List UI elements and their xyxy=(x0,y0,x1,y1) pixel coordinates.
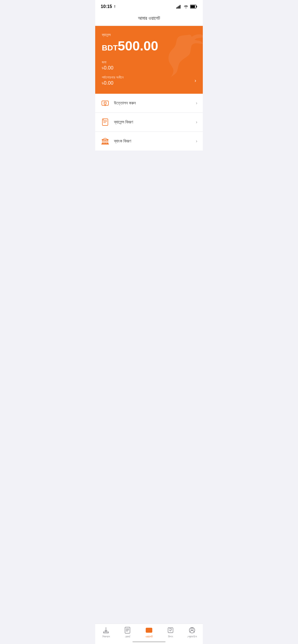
under-review-amount: ৳0.00 xyxy=(102,80,124,86)
status-icons xyxy=(176,5,197,9)
svg-rect-11 xyxy=(105,140,106,143)
page-header: আমার ওয়ালেট xyxy=(95,12,203,26)
wifi-icon xyxy=(183,5,188,9)
withdraw-icon xyxy=(101,99,110,108)
bank-details-menu-item[interactable]: ব্যাংক বিবরণ › xyxy=(95,132,203,151)
bank-details-chevron-icon: › xyxy=(196,139,197,144)
signal-icon xyxy=(176,5,182,9)
balance-statement-chevron-icon: › xyxy=(196,120,197,125)
location-icon xyxy=(113,5,116,8)
content-background xyxy=(95,151,203,261)
currency-code: BDT xyxy=(102,44,118,52)
bird-watermark xyxy=(150,31,203,81)
balance-statement-label: ব্যালেন্স বিবরণ xyxy=(114,120,196,125)
page-title: আমার ওয়ালেট xyxy=(138,15,160,21)
withdraw-chevron-icon: › xyxy=(196,101,197,106)
svg-point-8 xyxy=(104,102,106,104)
svg-rect-5 xyxy=(196,6,197,7)
under-review-label: পর্যালোচনার অধীনে xyxy=(102,75,124,80)
balance-statement-icon xyxy=(101,118,110,127)
balance-statement-menu-item[interactable]: ব্যালেন্স বিবরণ › xyxy=(95,113,203,132)
withdraw-label: উত্তোলন করুন xyxy=(114,101,196,106)
svg-rect-12 xyxy=(107,140,108,143)
svg-rect-1 xyxy=(177,7,178,9)
svg-rect-6 xyxy=(191,6,195,8)
svg-rect-10 xyxy=(102,140,103,143)
svg-rect-0 xyxy=(176,7,177,9)
status-bar: 10:15 xyxy=(95,0,203,12)
withdraw-menu-item[interactable]: উত্তোলন করুন › xyxy=(95,94,203,113)
time-display: 10:15 xyxy=(101,4,112,9)
bank-details-label: ব্যাংক বিবরণ xyxy=(114,139,196,144)
battery-icon xyxy=(190,5,197,9)
svg-rect-3 xyxy=(180,5,180,9)
svg-rect-2 xyxy=(179,6,179,9)
wallet-card: ব্যালেন্স BDT500.00 জমা ৳0.00 পর্যালোচনা… xyxy=(95,26,203,94)
menu-section: উত্তোলন করুন › ব্যালেন্স বিবরণ › ব্ xyxy=(95,94,203,151)
status-time: 10:15 xyxy=(101,4,116,9)
bank-icon xyxy=(101,137,110,146)
